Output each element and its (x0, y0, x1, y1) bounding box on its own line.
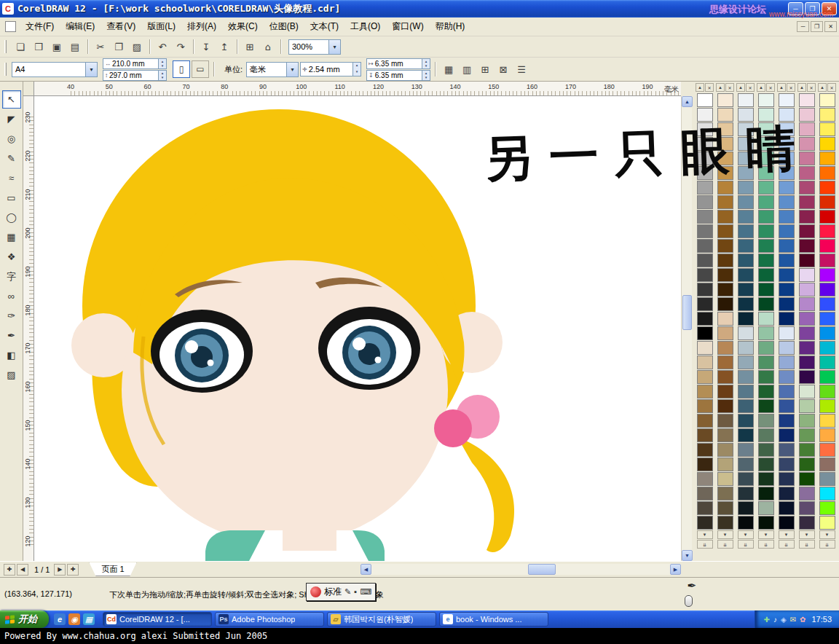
palette-5-scroll-up-button[interactable]: ▲ (777, 83, 786, 92)
media-quick-launch-icon[interactable]: ◉ (68, 613, 80, 625)
palette-1-swatch-30[interactable] (697, 516, 713, 530)
palette-3-swatch-19[interactable] (738, 356, 754, 369)
units-combo[interactable]: 毫米 ▾ (246, 62, 299, 77)
palette-1-swatch-11[interactable] (697, 239, 713, 253)
vertical-ruler[interactable]: 230220210200190180170160150140130120 (23, 96, 34, 561)
show-desktop-icon[interactable]: ▦ (83, 613, 95, 625)
spin-down-icon[interactable]: ▾ (159, 63, 166, 68)
palette-1-swatch-19[interactable] (697, 356, 713, 369)
task-coreldraw[interactable]: CdCorelDRAW 12 - [... (103, 612, 212, 627)
scroll-up-button[interactable]: ▲ (682, 96, 693, 107)
palette-7-swatch-17[interactable] (819, 326, 835, 340)
start-button[interactable]: 开始 (0, 610, 49, 628)
palette-6-swatch-8[interactable] (799, 195, 815, 209)
spin-down-icon[interactable]: ▾ (422, 63, 430, 68)
palette-2-swatch-21[interactable] (717, 385, 733, 398)
palette-7-swatch-19[interactable] (819, 356, 835, 369)
redo-button[interactable]: ↷ (172, 38, 189, 55)
outline-tool[interactable]: ✒ (2, 326, 21, 345)
snap-to-guidelines-button[interactable]: ▥ (458, 60, 476, 78)
palette-4-swatch-14[interactable] (758, 283, 774, 297)
palette-7-swatch-24[interactable] (819, 428, 835, 442)
palette-7-swatch-30[interactable] (819, 516, 835, 530)
palette-4-scroll-down-button[interactable]: ▼ (758, 530, 774, 539)
palette-1-swatch-26[interactable] (697, 458, 713, 471)
graph-paper-tool[interactable]: ▦ (2, 228, 21, 246)
palette-4-swatch-21[interactable] (758, 385, 774, 398)
horizontal-scrollbar-track[interactable] (371, 564, 670, 575)
palette-2-swatch-16[interactable] (717, 312, 733, 326)
palette-2-close-button[interactable]: ✕ (725, 83, 734, 92)
palette-6-close-button[interactable]: ✕ (807, 83, 816, 92)
task-folder[interactable]: ▱韩国박지원(朴智媛) (327, 612, 436, 627)
paste-button[interactable]: ▨ (128, 38, 146, 55)
palette-3-swatch-26[interactable] (738, 458, 754, 471)
palette-5-swatch-28[interactable] (779, 487, 795, 500)
palette-4-swatch-1[interactable] (758, 93, 774, 107)
next-page-button[interactable]: ▶ (54, 564, 66, 576)
palette-5-swatch-10[interactable] (779, 224, 795, 238)
zoom-level-combo[interactable]: 300% ▾ (288, 39, 341, 55)
palette-4-swatch-30[interactable] (758, 516, 774, 530)
import-button[interactable]: ↧ (197, 38, 215, 55)
palette-2-swatch-22[interactable] (717, 399, 733, 413)
palette-1-swatch-20[interactable] (697, 370, 713, 384)
combo-arrow-icon[interactable]: ▾ (286, 63, 298, 76)
palette-4-swatch-13[interactable] (758, 268, 774, 282)
ime-mode-label[interactable]: 标准 (324, 586, 342, 598)
palette-4-swatch-18[interactable] (758, 341, 774, 355)
palette-7-swatch-25[interactable] (819, 443, 835, 457)
palette-1-swatch-28[interactable] (697, 487, 713, 500)
palette-7-swatch-26[interactable] (819, 458, 835, 471)
menu-tools[interactable]: 工具(O) (344, 17, 386, 36)
palette-4-expand-button[interactable]: ⇊ (758, 540, 774, 549)
palette-5-swatch-18[interactable] (779, 341, 795, 355)
nudge-offset-field[interactable]: ✛ 2.54 mm ▴▾ (300, 62, 361, 76)
palette-3-swatch-10[interactable] (738, 224, 754, 238)
palette-7-swatch-2[interactable] (819, 108, 835, 122)
palette-6-swatch-20[interactable] (799, 370, 815, 384)
palette-3-expand-button[interactable]: ⇊ (738, 540, 754, 549)
palette-1-swatch-21[interactable] (697, 385, 713, 398)
palette-1-swatch-12[interactable] (697, 254, 713, 267)
palette-3-swatch-13[interactable] (738, 268, 754, 282)
duplicate-x-field[interactable]: ↦ 6.35 mm ▴▾ (366, 58, 430, 69)
doc-minimize-button[interactable]: ─ (797, 21, 809, 32)
width-spinner[interactable]: ▴▾ (158, 59, 166, 68)
palette-2-swatch-10[interactable] (717, 224, 733, 238)
palette-6-swatch-9[interactable] (799, 210, 815, 224)
palette-3-swatch-24[interactable] (738, 428, 754, 442)
menu-layout[interactable]: 版面(L) (141, 17, 181, 36)
palette-3-scroll-up-button[interactable]: ▲ (736, 83, 745, 92)
palette-4-swatch-15[interactable] (758, 297, 774, 311)
undo-button[interactable]: ↶ (154, 38, 171, 55)
palette-7-scroll-up-button[interactable]: ▲ (818, 83, 827, 92)
palette-7-swatch-13[interactable] (819, 268, 835, 282)
fill-tool[interactable]: ◧ (2, 346, 21, 364)
scroll-down-button[interactable]: ▼ (682, 550, 693, 561)
palette-2-swatch-25[interactable] (717, 443, 733, 457)
palette-6-swatch-11[interactable] (799, 239, 815, 253)
menu-edit[interactable]: 编辑(E) (60, 17, 101, 36)
vertical-scrollbar-thumb[interactable] (682, 295, 692, 330)
palette-2-swatch-17[interactable] (717, 326, 733, 340)
spin-down-icon[interactable]: ▾ (159, 75, 166, 80)
palette-3-swatch-12[interactable] (738, 254, 754, 267)
palette-7-swatch-15[interactable] (819, 297, 835, 311)
palette-7-swatch-22[interactable] (819, 399, 835, 413)
palette-5-swatch-1[interactable] (779, 93, 795, 107)
cut-button[interactable]: ✂ (92, 38, 109, 55)
palette-5-swatch-21[interactable] (779, 385, 795, 398)
palette-1-expand-button[interactable]: ⇊ (697, 540, 713, 549)
palette-4-swatch-10[interactable] (758, 224, 774, 238)
options-menu-button[interactable]: ☰ (513, 60, 530, 78)
palette-6-swatch-12[interactable] (799, 254, 815, 267)
tray-shield-icon[interactable]: ✚ (764, 616, 770, 624)
palette-5-scroll-down-button[interactable]: ▼ (779, 530, 795, 539)
app-launcher-button[interactable]: ⊞ (241, 38, 259, 55)
palette-4-swatch-19[interactable] (758, 356, 774, 369)
palette-7-swatch-7[interactable] (819, 181, 835, 195)
palette-1-swatch-22[interactable] (697, 399, 713, 413)
palette-3-close-button[interactable]: ✕ (746, 83, 755, 92)
palette-3-swatch-20[interactable] (738, 370, 754, 384)
